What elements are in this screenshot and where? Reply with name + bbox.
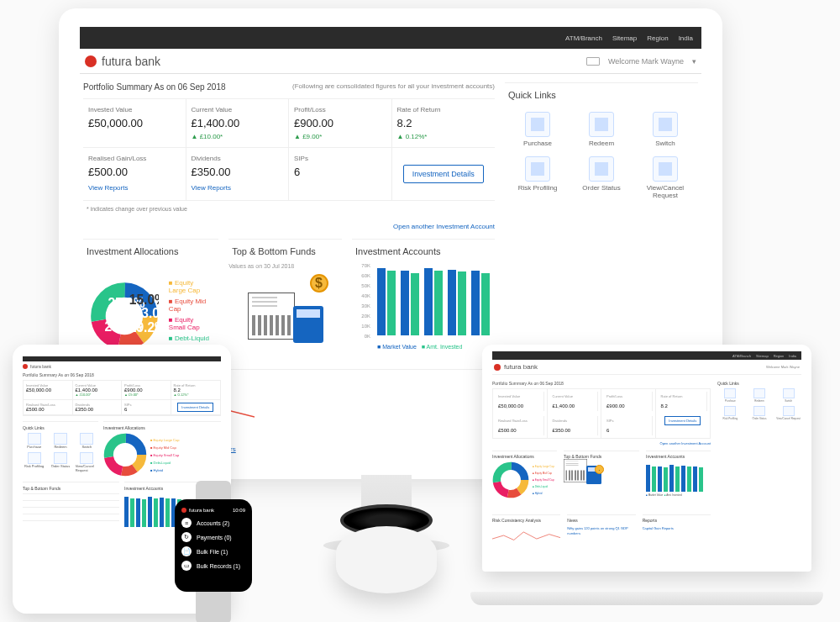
tablet-ql-cancel[interactable]: View/Cancel Request: [76, 452, 98, 472]
welcome-text: Welcome Mark Wayne: [608, 57, 684, 66]
brandbar: futura bank Welcome Mark Wayne ▾: [80, 49, 701, 74]
laptop-reports-link[interactable]: Capital Gain Reports: [643, 526, 674, 530]
smartwatch-device: futura bank 10:09 ≡Accounts (2) ↻Payment…: [166, 481, 259, 622]
tablet-ql-redeem[interactable]: Redeem: [49, 433, 71, 449]
ql-order-status[interactable]: Order Status: [574, 156, 629, 200]
summary-grid: Invested Value £50,000.00 Current Value …: [83, 98, 495, 201]
logo-icon: [85, 55, 97, 67]
redeem-icon: [589, 112, 614, 137]
topbar-region[interactable]: Region: [647, 34, 668, 42]
watch-time: 10:09: [233, 508, 245, 513]
investment-details-button[interactable]: Investment Details: [403, 165, 484, 183]
ql-switch[interactable]: Switch: [638, 112, 693, 148]
panel-top-bottom-funds: Top & Bottom Funds Values as on 30 Jul 2…: [228, 239, 342, 369]
laptop-open-another-link[interactable]: Open another Investment Account: [660, 441, 711, 445]
topbar-atm[interactable]: ATM/Branch: [565, 34, 602, 42]
laptop-ql-purchase[interactable]: Purchase: [717, 388, 743, 403]
laptop-ql-switch[interactable]: Switch: [775, 388, 801, 403]
summary-footnote: * indicates change over previous value: [87, 206, 495, 212]
watch-item-bulk-records[interactable]: ▭Bulk Records (1): [181, 561, 245, 571]
laptop-ql-order[interactable]: Order Status: [747, 406, 773, 420]
tablet-ql-order[interactable]: Order Status: [49, 452, 71, 472]
order-status-icon: [589, 156, 614, 182]
ql-view-cancel-request[interactable]: View/Cancel Request: [638, 156, 693, 200]
topbar: ATM/Branch Sitemap Region India: [80, 27, 701, 49]
ql-redeem[interactable]: Redeem: [574, 112, 629, 148]
laptop-investment-details-button[interactable]: Investment Details: [664, 416, 701, 425]
tablet-donut-chart: [103, 433, 147, 477]
laptop-ql-cancel[interactable]: View/Cancel Request: [775, 406, 801, 420]
laptop-ql-risk[interactable]: Risk Profiling: [717, 406, 743, 420]
topbar-country[interactable]: India: [679, 34, 693, 42]
risk-profiling-icon: [525, 156, 550, 182]
allocations-legend: Equity Large Cap Equity Mid Cap Equity S…: [169, 279, 212, 353]
watch-item-bulk-file[interactable]: 📄Bulk File (1): [181, 546, 245, 556]
tablet-ql-risk[interactable]: Risk Profiling: [23, 452, 45, 472]
summary-title: Portfolio Summary As on 06 Sep 2018: [83, 82, 226, 92]
smart-speaker-device: [336, 504, 437, 605]
tablet-investment-details-button[interactable]: Investment Details: [177, 403, 213, 412]
open-another-account-link[interactable]: Open another Investment Account: [393, 223, 495, 230]
mail-icon[interactable]: [586, 57, 600, 66]
watch-screen: futura bank 10:09 ≡Accounts (2) ↻Payment…: [175, 499, 252, 592]
watch-item-accounts[interactable]: ≡Accounts (2): [181, 518, 245, 528]
accounts-bar-chart: 70K60K 50K40K 30K20K 10K0K: [352, 263, 495, 339]
tablet-ql-purchase[interactable]: Purchase: [23, 433, 45, 449]
laptop-bar-chart: [646, 461, 711, 492]
laptop-ql-redeem[interactable]: Redeem: [747, 388, 773, 403]
purchase-icon: [525, 112, 550, 137]
tablet-ql-switch[interactable]: Switch: [76, 433, 98, 449]
view-cancel-icon: [653, 156, 678, 182]
quick-links-title: Quick Links: [505, 82, 698, 107]
link-view-reports-2[interactable]: View Reports: [192, 184, 231, 192]
brand-name: futura bank: [102, 55, 160, 68]
brand-logo[interactable]: futura bank: [85, 55, 160, 68]
svg-text:13.0%: 13.0%: [134, 306, 159, 320]
summary-note: (Following are consolidated figures for …: [292, 82, 495, 92]
watch-item-payments[interactable]: ↻Payments (0): [181, 532, 245, 542]
laptop-donut-chart: [492, 461, 529, 498]
svg-text:15.0%: 15.0%: [129, 293, 159, 307]
switch-icon: [653, 112, 678, 137]
quick-links-grid: Purchase Redeem Switch Risk Profiling Or…: [505, 107, 698, 204]
laptop-news-link[interactable]: Nifty gains 120 points on strong Q1 GDP …: [567, 526, 627, 535]
funds-illustration: $: [248, 276, 323, 343]
ql-purchase[interactable]: Purchase: [510, 112, 565, 148]
ql-risk-profiling[interactable]: Risk Profiling: [510, 156, 565, 200]
svg-text:28.0%: 28.0%: [105, 319, 142, 334]
laptop-device: ATM/BranchSitemap RegionIndia futura ban…: [470, 345, 823, 605]
chevron-down-icon[interactable]: ▾: [692, 57, 696, 66]
topbar-sitemap[interactable]: Sitemap: [612, 34, 637, 42]
link-view-reports-1[interactable]: View Reports: [88, 184, 128, 192]
